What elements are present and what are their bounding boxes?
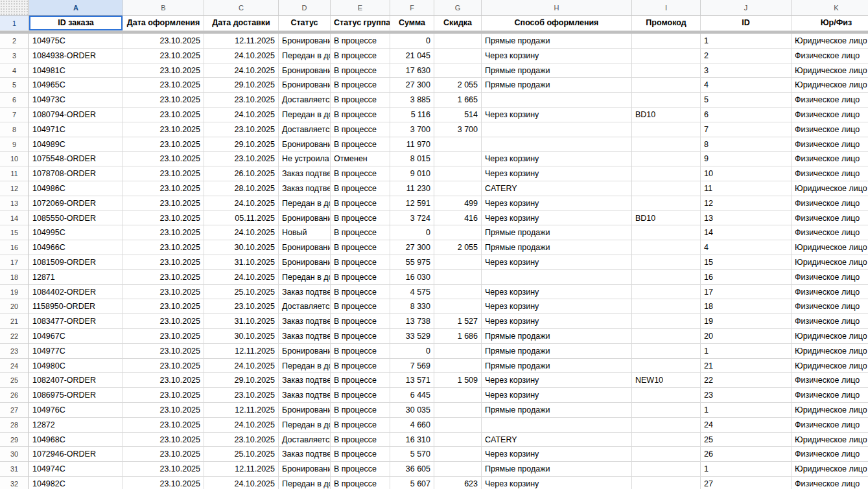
cell[interactable]: 1 665	[434, 93, 482, 108]
cell[interactable]: 31.10.2025	[204, 255, 279, 270]
cell[interactable]: Отменен	[331, 152, 390, 166]
cell[interactable]: 24.10.2025	[204, 196, 279, 211]
cell[interactable]: 1075548-ORDER	[29, 152, 123, 166]
cell[interactable]: 13 738	[390, 314, 434, 329]
cell[interactable]	[434, 344, 482, 359]
cell[interactable]: 23.10.2025	[123, 329, 204, 344]
cell[interactable]	[632, 93, 701, 108]
cell[interactable]: 23.10.2025	[123, 344, 204, 359]
cell[interactable]	[434, 285, 482, 300]
cell[interactable]: 623	[434, 477, 482, 489]
cell[interactable]: 1084402-ORDER	[29, 285, 123, 300]
cell[interactable]: 27 300	[390, 78, 434, 93]
cell[interactable]: ID заказа	[29, 16, 123, 31]
cell[interactable]: Передан в доставку	[279, 49, 331, 63]
cell[interactable]: 6 445	[390, 388, 434, 403]
cell[interactable]: 1078708-ORDER	[29, 166, 123, 181]
cell[interactable]: 25.10.2025	[204, 285, 279, 300]
cell[interactable]: В процессе	[331, 418, 390, 433]
row-header-2[interactable]: 2	[0, 34, 29, 49]
cell[interactable]	[632, 78, 701, 93]
cell[interactable]: Через корзину	[482, 373, 632, 388]
cell[interactable]: 23.10.2025	[123, 240, 204, 255]
cell[interactable]: 104968C	[29, 433, 123, 448]
cell[interactable]: В процессе	[331, 403, 390, 418]
cell[interactable]: Заказ подтвержден	[279, 314, 331, 329]
cell[interactable]	[482, 137, 632, 152]
cell[interactable]: Бронирование	[279, 462, 331, 477]
cell[interactable]: 1072946-ORDER	[29, 447, 123, 462]
cell[interactable]: 23.10.2025	[204, 433, 279, 448]
cell[interactable]: 23.10.2025	[123, 403, 204, 418]
cell[interactable]: Дата доставки	[204, 16, 279, 31]
cell[interactable]: 23.10.2025	[123, 49, 204, 63]
cell[interactable]: 4	[701, 78, 792, 93]
row-header-5[interactable]: 5	[0, 78, 29, 93]
cell[interactable]: Доставляется	[279, 122, 331, 137]
cell[interactable]: Через корзину	[482, 152, 632, 166]
cell[interactable]: 24.10.2025	[204, 477, 279, 489]
cell[interactable]: В процессе	[331, 329, 390, 344]
cell[interactable]: 12 591	[390, 196, 434, 211]
cell[interactable]: Через корзину	[482, 299, 632, 314]
cell[interactable]: Заказ подтвержден	[279, 285, 331, 300]
cell[interactable]	[434, 388, 482, 403]
cell[interactable]: 12	[701, 196, 792, 211]
row-header-21[interactable]: 21	[0, 314, 29, 329]
column-header-a[interactable]: A	[29, 0, 123, 16]
cell[interactable]: Физическое лицо	[792, 225, 868, 240]
row-header-15[interactable]: 15	[0, 225, 29, 240]
cell[interactable]: Передан в доставку	[279, 477, 331, 489]
cell[interactable]: В процессе	[331, 196, 390, 211]
cell[interactable]: Физическое лицо	[792, 418, 868, 433]
cell[interactable]: Юридическое лицо	[792, 255, 868, 270]
cell[interactable]: Юридическое лицо	[792, 240, 868, 255]
cell[interactable]: 13	[701, 211, 792, 226]
cell[interactable]: 0	[390, 34, 434, 49]
column-header-h[interactable]: H	[482, 0, 632, 16]
cell[interactable]: В процессе	[331, 49, 390, 63]
cell[interactable]: 1158950-ORDER	[29, 299, 123, 314]
cell[interactable]: CATERY	[482, 433, 632, 448]
cell[interactable]: 17 630	[390, 63, 434, 78]
cell[interactable]	[434, 34, 482, 49]
cell[interactable]: 11 970	[390, 137, 434, 152]
cell[interactable]: 1086975-ORDER	[29, 388, 123, 403]
cell[interactable]: 23.10.2025	[123, 285, 204, 300]
cell[interactable]: Способ оформления	[482, 16, 632, 31]
cell[interactable]: В процессе	[331, 93, 390, 108]
cell[interactable]: 23.10.2025	[123, 225, 204, 240]
cell[interactable]: Физическое лицо	[792, 152, 868, 166]
row-header-17[interactable]: 17	[0, 255, 29, 270]
cell[interactable]: 499	[434, 196, 482, 211]
row-header-8[interactable]: 8	[0, 122, 29, 137]
cell[interactable]: Через корзину	[482, 314, 632, 329]
cell[interactable]: Юридическое лицо	[792, 433, 868, 448]
cell[interactable]: Юридическое лицо	[792, 359, 868, 374]
cell[interactable]: 18	[701, 299, 792, 314]
cell[interactable]	[482, 122, 632, 137]
cell[interactable]: Промокод	[632, 16, 701, 31]
cell[interactable]	[632, 329, 701, 344]
row-header-4[interactable]: 4	[0, 63, 29, 78]
cell[interactable]: 0	[390, 225, 434, 240]
cell[interactable]: Бронирование	[279, 137, 331, 152]
cell[interactable]: Через корзину	[482, 285, 632, 300]
cell[interactable]: Сумма	[390, 16, 434, 31]
cell[interactable]: 36 605	[390, 462, 434, 477]
cell[interactable]: Прямые продажи	[482, 225, 632, 240]
cell[interactable]: 29.10.2025	[204, 78, 279, 93]
cell[interactable]: 26	[701, 447, 792, 462]
cell[interactable]	[434, 299, 482, 314]
cell[interactable]: 2 055	[434, 78, 482, 93]
cell[interactable]: В процессе	[331, 225, 390, 240]
cell[interactable]: 30 035	[390, 403, 434, 418]
cell[interactable]: Заказ подтвержден	[279, 181, 331, 196]
column-header-f[interactable]: F	[390, 0, 434, 16]
cell[interactable]: 8 015	[390, 152, 434, 166]
cell[interactable]	[632, 477, 701, 489]
cell[interactable]: 25	[701, 433, 792, 448]
cell[interactable]: 23.10.2025	[123, 388, 204, 403]
cell[interactable]: Физическое лицо	[792, 196, 868, 211]
cell[interactable]	[632, 63, 701, 78]
